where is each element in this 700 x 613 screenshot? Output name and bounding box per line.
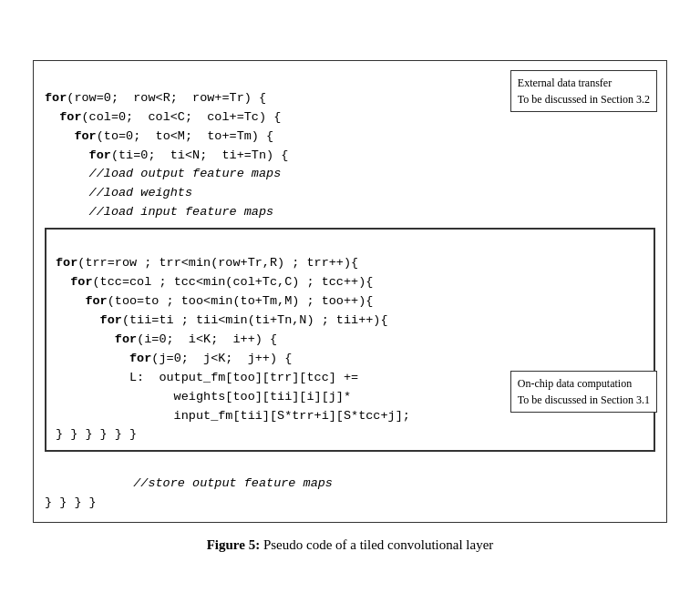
annotation-onchip: On-chip data computation To be discussed… — [510, 371, 657, 413]
annotation-line1: External data transfer — [518, 77, 612, 89]
annotation-onchip-line2: To be discussed in Section 3.1 — [518, 393, 650, 406]
store-comment: //store output feature maps — [89, 476, 333, 490]
figure-caption: Figure 5: Pseudo code of a tiled convolu… — [33, 537, 667, 553]
annotation-onchip-line1: On-chip data computation — [518, 377, 632, 390]
caption-text: Pseudo code of a tiled convolutional lay… — [263, 537, 493, 552]
annotation-line2: To be discussed in Section 3.2 — [518, 93, 650, 106]
inner-code: for(trr=row ; trr<min(row+Tr,R) ; trr++)… — [56, 235, 644, 444]
figure-container: External data transfer To be discussed i… — [18, 46, 682, 567]
annotation-external-transfer: External data transfer To be discussed i… — [510, 70, 657, 112]
outer-code-bottom: //store output feature maps } } } } — [45, 455, 655, 513]
outer-code-box: External data transfer To be discussed i… — [33, 60, 667, 523]
caption-label: Figure 5: — [207, 537, 260, 552]
inner-code-box: for(trr=row ; trr<min(row+Tr,R) ; trr++)… — [45, 228, 655, 452]
